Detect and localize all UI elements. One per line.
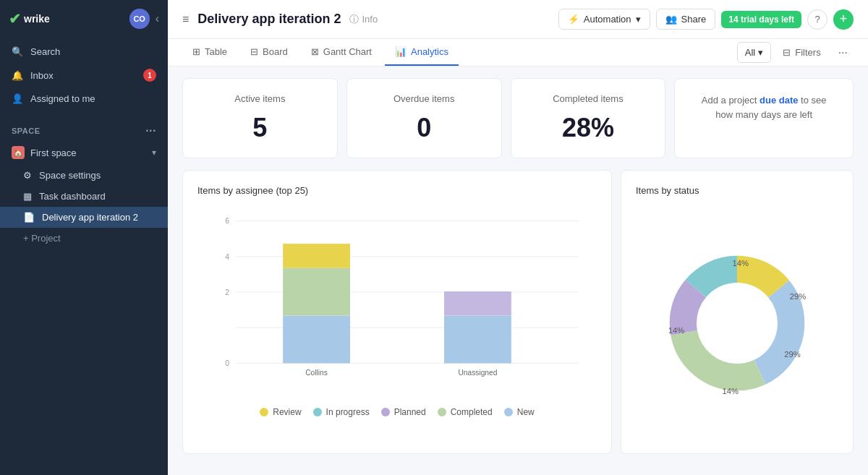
donut-label-inprogress: 14% <box>668 326 684 335</box>
sidebar-item-first-space[interactable]: 🏠 First space ▾ <box>0 140 168 165</box>
topbar-doc-icon: ≡ <box>182 13 189 26</box>
bar-collins-new <box>283 316 350 364</box>
donut-label-new: 29% <box>790 292 806 301</box>
table-icon: ⊞ <box>192 46 200 57</box>
svg-text:6: 6 <box>225 217 229 225</box>
analytics-icon: 📊 <box>395 46 407 57</box>
sidebar-inbox-label: Inbox <box>30 70 54 81</box>
stats-row: Active items 5 Overdue items 0 Completed… <box>182 78 854 158</box>
space-color-icon: 🏠 <box>12 146 25 159</box>
legend-dot-planned <box>381 408 390 416</box>
legend-completed: Completed <box>438 407 493 417</box>
sidebar-item-search[interactable]: 🔍 Search <box>0 40 168 63</box>
filters-label: Filters <box>795 47 820 58</box>
sidebar-item-space-settings[interactable]: ⚙ Space settings <box>0 165 168 186</box>
tab-gantt[interactable]: ⊠ Gantt Chart <box>301 39 382 66</box>
tab-table-label: Table <box>205 46 227 57</box>
donut-chart-svg: 14% 29% 29% 14% 14% <box>636 215 838 432</box>
dashboard-icon: ▦ <box>23 191 32 202</box>
filters-button[interactable]: ⊟ Filters <box>774 41 829 64</box>
legend-planned: Planned <box>381 407 426 417</box>
info-button[interactable]: ⓘ Info <box>349 13 378 26</box>
due-date-note-link[interactable]: due date <box>760 95 798 106</box>
settings-icon: ⚙ <box>23 170 32 181</box>
sidebar-section-header: Space ··· <box>12 124 156 137</box>
add-project-button[interactable]: + Project <box>0 228 168 249</box>
donut-label-review: 14% <box>732 259 748 268</box>
sidebar: ✔ wrike CO ‹ 🔍 Search 🔔 Inbox 1 👤 Assign… <box>0 0 168 475</box>
legend-review: Review <box>260 407 301 417</box>
charts-row: Items by assignee (top 25) 6 4 2 0 <box>182 170 854 454</box>
sidebar-navigation: 🔍 Search 🔔 Inbox 1 👤 Assigned to me <box>0 38 168 113</box>
task-dashboard-label: Task dashboard <box>39 191 106 202</box>
filter-all-button[interactable]: All ▾ <box>737 42 771 63</box>
help-icon: ? <box>814 14 820 25</box>
inbox-icon: 🔔 <box>12 70 23 81</box>
analytics-content: Active items 5 Overdue items 0 Completed… <box>168 67 868 475</box>
svg-text:4: 4 <box>225 253 229 261</box>
completed-items-card: Completed items 28% <box>511 78 666 158</box>
donut-center <box>700 286 775 361</box>
inbox-badge: 1 <box>143 69 156 82</box>
space-settings-label: Space settings <box>39 170 101 181</box>
page-title: Delivery app iteration 2 <box>197 12 341 27</box>
legend-new: New <box>504 407 535 417</box>
space-section-menu-icon[interactable]: ··· <box>145 124 156 137</box>
legend-inprogress-label: In progress <box>326 407 370 417</box>
info-label: Info <box>362 14 378 25</box>
legend-dot-inprogress <box>313 408 322 416</box>
assigned-icon: 👤 <box>12 93 23 104</box>
share-button[interactable]: 👥 Share <box>656 9 716 30</box>
doc-icon: 📄 <box>23 212 35 223</box>
board-icon: ⊟ <box>250 46 258 57</box>
logo-area: ✔ wrike <box>9 10 50 27</box>
automation-icon: ⚡ <box>568 14 579 25</box>
space-name-label: First space <box>30 147 77 158</box>
sidebar-item-inbox[interactable]: 🔔 Inbox 1 <box>0 63 168 87</box>
user-avatar[interactable]: CO <box>129 9 150 29</box>
info-circle-icon: ⓘ <box>349 13 359 26</box>
add-project-label: + Project <box>23 233 61 244</box>
sidebar-space-section: Space ··· <box>0 113 168 140</box>
active-items-label: Active items <box>200 93 320 104</box>
legend-review-label: Review <box>273 407 301 417</box>
tab-analytics-label: Analytics <box>411 46 448 57</box>
chevron-down-icon: ▾ <box>152 147 156 158</box>
automation-label: Automation <box>584 14 631 25</box>
topbar: ≡ Delivery app iteration 2 ⓘ Info ⚡ Auto… <box>168 0 868 39</box>
bar-collins-completed <box>283 268 350 316</box>
overdue-items-label: Overdue items <box>365 93 484 104</box>
sidebar-item-delivery-app-2[interactable]: 📄 Delivery app iteration 2 <box>0 207 168 228</box>
automation-chevron-icon: ▾ <box>636 14 641 25</box>
bar-chart-svg: 6 4 2 0 Collins <box>197 207 597 395</box>
bar-collins-review <box>283 244 350 268</box>
legend-dot-review <box>260 408 268 416</box>
tabbar: ⊞ Table ⊟ Board ⊠ Gantt Chart 📊 Analytic… <box>168 39 868 67</box>
automation-button[interactable]: ⚡ Automation ▾ <box>558 9 650 30</box>
svg-text:0: 0 <box>225 359 229 367</box>
tab-board[interactable]: ⊟ Board <box>240 39 298 66</box>
help-button[interactable]: ? <box>807 9 827 30</box>
tab-analytics[interactable]: 📊 Analytics <box>385 39 459 66</box>
add-button[interactable]: + <box>833 9 854 30</box>
search-icon: 🔍 <box>12 46 23 57</box>
delivery-app-2-label: Delivery app iteration 2 <box>42 212 138 223</box>
bar-chart-container: 6 4 2 0 Collins <box>197 207 597 398</box>
tab-table[interactable]: ⊞ Table <box>182 39 237 66</box>
tab-board-label: Board <box>263 46 288 57</box>
legend-new-label: New <box>517 407 535 417</box>
trial-badge[interactable]: 14 trial days left <box>721 11 801 28</box>
sidebar-collapse-button[interactable]: ‹ <box>156 12 159 25</box>
donut-chart-title: Items by status <box>636 185 838 196</box>
bar-unassigned-new <box>444 316 511 364</box>
wrike-logo: ✔ wrike <box>9 10 50 27</box>
donut-label-planned: 14% <box>722 387 738 395</box>
legend-completed-label: Completed <box>451 407 493 417</box>
filter-all-chevron-icon: ▾ <box>758 47 763 58</box>
share-label: Share <box>681 14 707 25</box>
sidebar-item-task-dashboard[interactable]: ▦ Task dashboard <box>0 186 168 207</box>
filter-all-label: All <box>745 47 755 58</box>
more-options-button[interactable]: ··· <box>833 42 854 64</box>
sidebar-item-assigned[interactable]: 👤 Assigned to me <box>0 87 168 110</box>
gantt-icon: ⊠ <box>311 46 319 57</box>
